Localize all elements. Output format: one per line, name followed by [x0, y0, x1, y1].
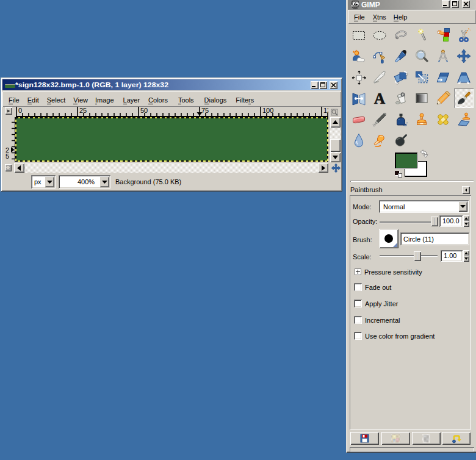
- svg-text:50: 50: [140, 107, 148, 114]
- svg-text:25: 25: [79, 107, 87, 114]
- svg-text:A: A: [374, 91, 385, 106]
- svg-text:100: 100: [262, 107, 273, 114]
- svg-text:12: 12: [323, 107, 328, 114]
- svg-text:75: 75: [201, 107, 209, 114]
- svg-text:0: 0: [18, 107, 22, 114]
- svg-text:5: 5: [5, 153, 9, 160]
